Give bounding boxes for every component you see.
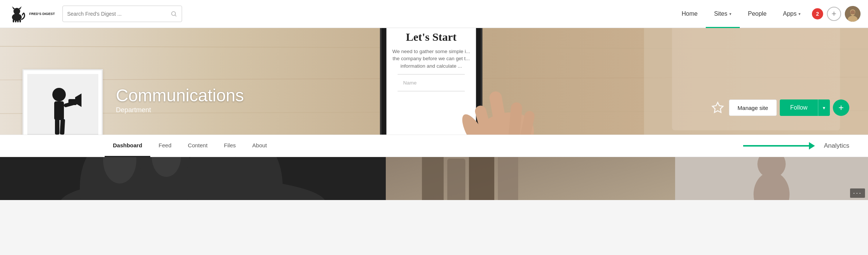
svg-rect-7 <box>19 19 21 22</box>
sites-chevron-icon: ▾ <box>729 12 732 16</box>
notification-badge[interactable]: 2 <box>812 8 823 19</box>
svg-text:We need to gather some simple : We need to gather some simple i... <box>393 49 470 54</box>
preview-card-3: ··· <box>675 157 868 200</box>
nav-item-home[interactable]: Home <box>673 0 706 28</box>
svg-rect-56 <box>447 159 465 200</box>
logo-area[interactable]: Fred's Digest <box>7 4 55 23</box>
nav-add-button[interactable]: + <box>827 7 841 21</box>
svg-line-9 <box>175 15 176 16</box>
sub-tab-files[interactable]: Files <box>216 135 244 157</box>
preview-image-3 <box>675 157 868 200</box>
svg-point-1 <box>13 8 20 15</box>
svg-rect-57 <box>469 157 495 200</box>
sub-tab-dashboard[interactable]: Dashboard <box>105 135 150 157</box>
sub-nav-tabs: Dashboard Feed Content Files About <box>105 135 275 157</box>
site-title-overlay: Communications Department <box>116 87 244 114</box>
nav-item-apps[interactable]: Apps ▾ <box>775 0 809 28</box>
sub-tab-about[interactable]: About <box>244 135 275 157</box>
follow-button[interactable]: Follow <box>780 99 818 116</box>
svg-text:information and calculate ...: information and calculate ... <box>400 63 462 69</box>
svg-point-13 <box>850 10 855 15</box>
hero-section: Let's Start We need to gather some simpl… <box>0 28 868 157</box>
svg-rect-41 <box>59 119 65 135</box>
svg-rect-6 <box>17 20 19 22</box>
sub-tab-feed[interactable]: Feed <box>150 135 179 157</box>
search-icon <box>170 10 177 17</box>
nav-item-people[interactable]: People <box>740 0 775 28</box>
logo-text: Fred's Digest <box>29 12 55 16</box>
svg-point-38 <box>52 88 66 101</box>
follow-btn-group: Follow ▾ <box>780 99 830 116</box>
svg-text:Let's Start: Let's Start <box>406 31 457 43</box>
preview-image-2 <box>386 157 675 200</box>
nav-links: Home Sites ▾ People Apps ▾ 2 + <box>673 0 861 28</box>
follow-dropdown-button[interactable]: ▾ <box>818 99 830 116</box>
favorite-button[interactable] <box>710 99 726 116</box>
svg-text:Name: Name <box>403 80 417 86</box>
analytics-arrow <box>743 145 810 147</box>
search-bar[interactable] <box>62 6 182 22</box>
arrow-shaft <box>743 145 810 147</box>
user-avatar[interactable] <box>845 6 861 22</box>
hero-add-button[interactable]: + <box>833 99 849 116</box>
bottom-preview-section: ··· <box>0 157 868 200</box>
hero-actions: Manage site Follow ▾ + <box>710 99 849 116</box>
hero-background: Let's Start We need to gather some simpl… <box>0 28 868 135</box>
site-name: Communications <box>116 87 244 104</box>
sub-navigation: Dashboard Feed Content Files About Analy… <box>0 135 868 157</box>
hero-bg-svg: Let's Start We need to gather some simpl… <box>0 28 868 135</box>
svg-rect-44 <box>68 99 77 105</box>
site-type: Department <box>116 106 244 114</box>
top-navigation: Fred's Digest Home Sites ▾ People Apps ▾… <box>0 0 868 28</box>
svg-rect-4 <box>13 19 14 22</box>
apps-chevron-icon: ▾ <box>798 12 801 16</box>
search-input[interactable] <box>67 11 167 17</box>
site-logo-svg <box>27 74 98 135</box>
preview-image-1 <box>0 157 386 200</box>
nav-item-sites[interactable]: Sites ▾ <box>706 0 740 28</box>
manage-site-button[interactable]: Manage site <box>729 99 777 116</box>
svg-rect-58 <box>498 157 518 200</box>
preview-card-2 <box>386 157 675 200</box>
analytics-area: Analytics <box>743 142 849 150</box>
site-logo-inner <box>27 74 98 135</box>
preview-card-1 <box>0 157 386 200</box>
svg-marker-45 <box>712 102 723 113</box>
star-icon <box>711 101 724 114</box>
svg-rect-39 <box>54 101 64 120</box>
more-options-button[interactable]: ··· <box>850 188 865 198</box>
hero-banner: Let's Start We need to gather some simpl… <box>0 28 868 135</box>
svg-text:the company before we can get : the company before we can get t... <box>393 56 470 61</box>
svg-rect-40 <box>55 119 59 135</box>
follow-chevron-icon: ▾ <box>823 105 825 111</box>
analytics-label[interactable]: Analytics <box>824 142 849 150</box>
svg-rect-55 <box>422 157 444 200</box>
logo-icon <box>7 4 26 23</box>
svg-point-51 <box>230 157 283 200</box>
sub-tab-content[interactable]: Content <box>180 135 216 157</box>
site-logo-box <box>22 69 103 135</box>
svg-point-8 <box>172 12 176 16</box>
avatar-icon <box>845 6 861 22</box>
svg-rect-5 <box>15 20 16 22</box>
